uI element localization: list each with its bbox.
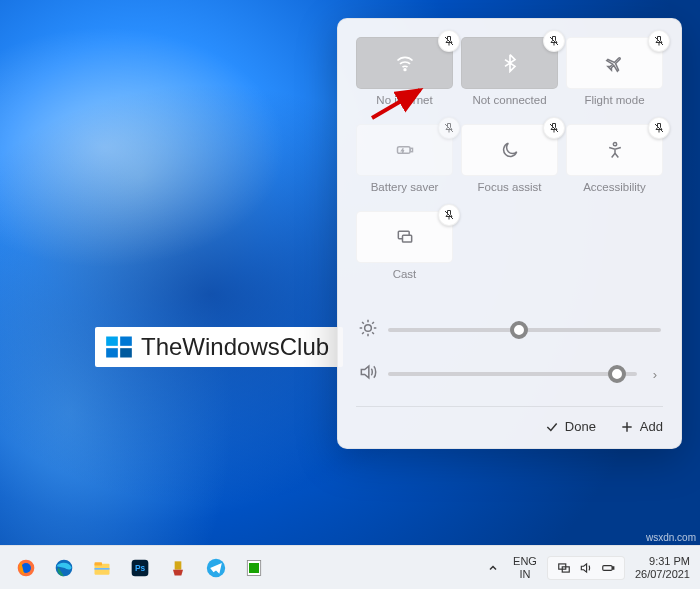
- svg-text:Ps: Ps: [135, 563, 146, 573]
- svg-rect-3: [120, 348, 132, 357]
- unpin-button[interactable]: [543, 30, 565, 52]
- unpin-button[interactable]: [438, 204, 460, 226]
- brightness-thumb[interactable]: [510, 321, 528, 339]
- unpin-button[interactable]: [543, 117, 565, 139]
- tile-bluetooth[interactable]: Not connected: [461, 37, 558, 116]
- annotation-arrow: [370, 85, 430, 120]
- volume-tray-icon: [578, 561, 594, 575]
- svg-rect-19: [175, 561, 182, 569]
- unpin-icon: [548, 35, 560, 47]
- windowsclub-logo-icon: [105, 333, 133, 361]
- tile-focus-assist[interactable]: Focus assist: [461, 124, 558, 203]
- taskbar-app-libreoffice-calc[interactable]: [238, 552, 270, 584]
- tile-battery-saver[interactable]: Battery saver: [356, 124, 453, 203]
- volume-slider[interactable]: ›: [356, 352, 663, 396]
- tray-chevron-icon[interactable]: [483, 552, 503, 584]
- taskbar-right: ENG IN 9:31 PM 26/07/2021: [483, 552, 690, 584]
- tile-flight-mode[interactable]: Flight mode: [566, 37, 663, 116]
- unpin-icon: [653, 35, 665, 47]
- volume-track[interactable]: [388, 372, 637, 376]
- brightness-track[interactable]: [388, 328, 661, 332]
- svg-rect-9: [402, 235, 411, 242]
- check-icon: [545, 420, 559, 434]
- taskbar-app-firefox[interactable]: [10, 552, 42, 584]
- system-tray[interactable]: [547, 556, 625, 580]
- add-label: Add: [640, 419, 663, 434]
- svg-rect-15: [95, 562, 103, 565]
- brightness-icon: [358, 318, 376, 342]
- svg-rect-1: [120, 337, 132, 346]
- sliders-section: ›: [356, 308, 663, 396]
- battery-saver-icon: [395, 140, 415, 160]
- cast-icon: [395, 227, 415, 247]
- svg-rect-6: [410, 148, 412, 151]
- clock-time: 9:31 PM: [635, 555, 690, 568]
- done-button[interactable]: Done: [545, 419, 596, 434]
- svg-rect-5: [397, 147, 410, 154]
- tile-label: Cast: [356, 268, 453, 280]
- unpin-icon: [443, 209, 455, 221]
- quick-settings-tiles: No internet Not connected Flight mode: [356, 37, 663, 290]
- plus-icon: [620, 420, 634, 434]
- taskbar-app-edge[interactable]: [48, 552, 80, 584]
- taskbar-app-telegram[interactable]: [200, 552, 232, 584]
- svg-rect-0: [106, 337, 118, 346]
- watermark-text: TheWindowsClub: [141, 333, 329, 361]
- tile-label: Focus assist: [461, 181, 558, 193]
- battery-tray-icon: [600, 561, 616, 575]
- svg-rect-25: [603, 565, 612, 570]
- brightness-slider[interactable]: [356, 308, 663, 352]
- project-icon: [556, 561, 572, 575]
- accessibility-icon: [605, 140, 625, 160]
- unpin-button[interactable]: [438, 117, 460, 139]
- corner-watermark: wsxdn.com: [646, 532, 696, 543]
- unpin-button[interactable]: [438, 30, 460, 52]
- panel-footer: Done Add: [356, 406, 663, 434]
- svg-rect-22: [249, 563, 259, 573]
- language-top: ENG: [513, 555, 537, 567]
- airplane-icon: [605, 53, 625, 73]
- tile-label: Flight mode: [566, 94, 663, 106]
- taskbar-apps: Ps: [10, 552, 270, 584]
- language-bottom: IN: [513, 568, 537, 580]
- taskbar: Ps ENG IN 9:31 PM 26/07/2021: [0, 545, 700, 589]
- unpin-icon: [548, 122, 560, 134]
- volume-thumb[interactable]: [608, 365, 626, 383]
- svg-rect-26: [613, 566, 614, 568]
- add-button[interactable]: Add: [620, 419, 663, 434]
- done-label: Done: [565, 419, 596, 434]
- bluetooth-icon: [500, 53, 520, 73]
- language-indicator[interactable]: ENG IN: [513, 555, 537, 579]
- svg-point-7: [613, 143, 616, 146]
- unpin-button[interactable]: [648, 30, 670, 52]
- tile-accessibility[interactable]: Accessibility: [566, 124, 663, 203]
- taskbar-app-file-explorer[interactable]: [86, 552, 118, 584]
- clock-date: 26/07/2021: [635, 568, 690, 581]
- svg-rect-2: [106, 348, 118, 357]
- taskbar-clock[interactable]: 9:31 PM 26/07/2021: [635, 555, 690, 580]
- unpin-icon: [443, 35, 455, 47]
- tile-label: Battery saver: [356, 181, 453, 193]
- unpin-icon: [443, 122, 455, 134]
- volume-flyout-chevron[interactable]: ›: [649, 367, 661, 382]
- unpin-button[interactable]: [648, 117, 670, 139]
- taskbar-app-ccleaner[interactable]: [162, 552, 194, 584]
- tile-label: Not connected: [461, 94, 558, 106]
- tile-cast[interactable]: Cast: [356, 211, 453, 290]
- unpin-icon: [653, 122, 665, 134]
- volume-icon: [358, 362, 376, 386]
- quick-settings-panel: No internet Not connected Flight mode: [337, 18, 682, 449]
- watermark: TheWindowsClub: [95, 327, 343, 367]
- svg-point-4: [404, 69, 406, 71]
- moon-icon: [500, 140, 520, 160]
- taskbar-app-photoshop[interactable]: Ps: [124, 552, 156, 584]
- svg-rect-16: [95, 568, 110, 570]
- svg-point-10: [365, 325, 372, 332]
- tile-label: Accessibility: [566, 181, 663, 193]
- wifi-icon: [395, 53, 415, 73]
